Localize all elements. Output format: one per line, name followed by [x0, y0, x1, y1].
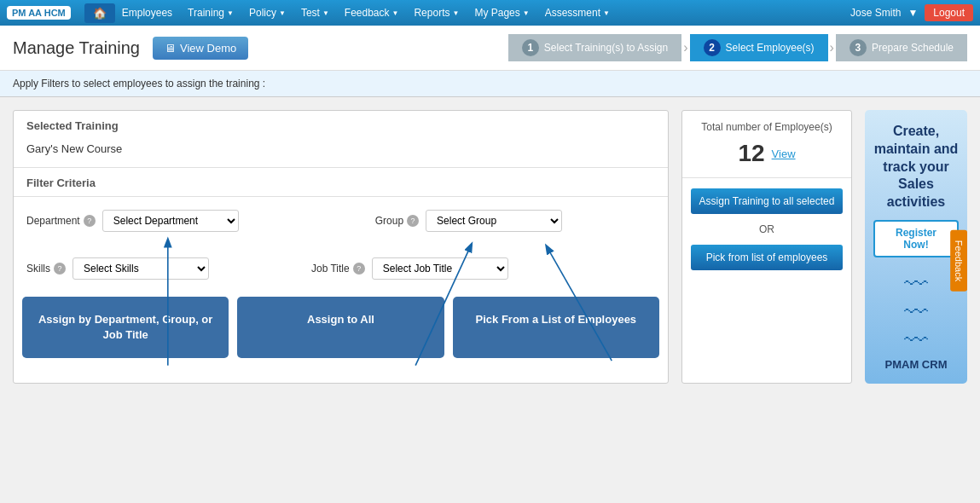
nav-policy[interactable]: Policy ▼	[242, 3, 293, 22]
view-demo-button[interactable]: 🖥 View Demo	[153, 37, 248, 60]
group-help-icon[interactable]: ?	[407, 215, 419, 227]
step-3-label: Prepare Schedule	[872, 42, 954, 54]
nav-test[interactable]: Test ▼	[294, 3, 336, 22]
ad-panel: Create, maintain and track your Sales ac…	[865, 110, 967, 384]
top-navigation: PM AA HCM 🏠 Employees Training ▼ Policy …	[0, 0, 980, 26]
step-1: 1 Select Training(s) to Assign	[508, 34, 681, 61]
skills-help-icon[interactable]: ?	[54, 263, 66, 275]
training-name: Gary's New Course	[26, 139, 655, 159]
nav-mypages[interactable]: My Pages ▼	[467, 3, 536, 22]
filter-rows-wrapper: Department ? Select Department Group ? S…	[14, 197, 668, 280]
tooltip-box-1: Assign by Department, Group, or Job Titl…	[22, 297, 229, 358]
filter-bar-text: Apply Filters to select employees to ass…	[13, 78, 265, 90]
step-1-label: Select Training(s) to Assign	[544, 42, 668, 54]
step-2-label: Select Employee(s)	[726, 42, 815, 54]
job-title-help-icon[interactable]: ?	[353, 263, 365, 275]
job-title-select[interactable]: Select Job Title	[372, 257, 508, 280]
filter-bar: Apply Filters to select employees to ass…	[0, 71, 980, 97]
page-title: Manage Training	[13, 38, 140, 58]
total-employees-count: 12	[738, 140, 764, 167]
nav-reports[interactable]: Reports ▼	[407, 3, 466, 22]
feedback-tab[interactable]: Feedback	[950, 229, 967, 291]
tooltip-boxes: Assign by Department, Group, or Job Titl…	[14, 297, 668, 367]
department-select[interactable]: Select Department	[102, 210, 239, 232]
job-title-label: Job Title ?	[311, 263, 365, 275]
total-employees-title: Total number of Employee(s)	[693, 121, 841, 133]
home-button[interactable]: 🏠	[84, 3, 115, 23]
skills-select[interactable]: Select Skills	[72, 257, 209, 280]
logo-text: PM AA HCM	[7, 6, 71, 20]
department-label: Department ?	[26, 215, 96, 227]
step-3: 3 Prepare Schedule	[836, 34, 967, 61]
selected-training-title: Selected Training	[26, 119, 655, 132]
group-filter: Group ? Select Group	[375, 210, 562, 232]
right-panel: Total number of Employee(s) 12 View Assi…	[681, 110, 852, 384]
skills-filter: Skills ? Select Skills	[26, 257, 209, 280]
steps-bar: 1 Select Training(s) to Assign › 2 Selec…	[508, 34, 967, 61]
step-3-number: 3	[850, 39, 867, 56]
step-1-number: 1	[522, 39, 539, 56]
job-title-filter: Job Title ? Select Job Title	[311, 257, 508, 280]
nav-employees[interactable]: Employees	[115, 3, 179, 22]
nav-links: Employees Training ▼ Policy ▼ Test ▼ Fee…	[115, 3, 850, 22]
step-arrow-1: ›	[683, 40, 687, 55]
monitor-icon: 🖥	[165, 42, 176, 55]
or-text: OR	[682, 218, 851, 240]
tooltip-box-3: Pick From a List of Employees	[453, 297, 659, 358]
step-arrow-2: ›	[830, 40, 834, 55]
main-content: Selected Training Gary's New Course Filt…	[0, 97, 980, 396]
view-employees-link[interactable]: View	[772, 147, 796, 160]
skills-label: Skills ?	[26, 263, 66, 275]
register-button[interactable]: Register Now!	[873, 220, 959, 257]
ad-headline: Create, maintain and track your Sales ac…	[873, 123, 959, 211]
step-2: 2 Select Employee(s)	[690, 34, 828, 61]
ad-logo-icon: 〰〰〰	[885, 270, 948, 355]
nav-training[interactable]: Training ▼	[181, 3, 241, 22]
pick-list-button[interactable]: Pick from list of employees	[691, 245, 843, 270]
group-select[interactable]: Select Group	[426, 210, 562, 232]
tooltip-box-2: Assign to All	[237, 297, 444, 358]
logout-button[interactable]: Logout	[925, 4, 973, 21]
logo: PM AA HCM	[7, 6, 76, 20]
filter-row-2: Skills ? Select Skills Job Title ? Selec…	[26, 257, 655, 280]
filter-row-1: Department ? Select Department Group ? S…	[26, 210, 655, 232]
group-label: Group ?	[375, 215, 419, 227]
assign-all-button[interactable]: Assign Training to all selected	[691, 188, 843, 214]
department-filter: Department ? Select Department	[26, 210, 239, 232]
user-arrow[interactable]: ▼	[908, 7, 918, 19]
page-header: Manage Training 🖥 View Demo 1 Select Tra…	[0, 26, 980, 71]
filter-criteria-title: Filter Criteria	[26, 176, 655, 189]
total-employees: Total number of Employee(s) 12 View	[682, 111, 851, 178]
ad-logo: 〰〰〰 PMAM CRM	[885, 270, 948, 371]
nav-assessment[interactable]: Assessment ▼	[538, 3, 617, 22]
department-help-icon[interactable]: ?	[84, 215, 96, 227]
left-panel: Selected Training Gary's New Course Filt…	[13, 110, 669, 384]
nav-feedback[interactable]: Feedback ▼	[338, 3, 406, 22]
user-name: Jose Smith	[850, 7, 901, 19]
ad-logo-text: PMAM CRM	[885, 358, 948, 371]
selected-training-section: Selected Training Gary's New Course	[14, 111, 668, 168]
nav-right: Jose Smith ▼ Logout	[850, 4, 973, 21]
step-2-number: 2	[704, 39, 721, 56]
